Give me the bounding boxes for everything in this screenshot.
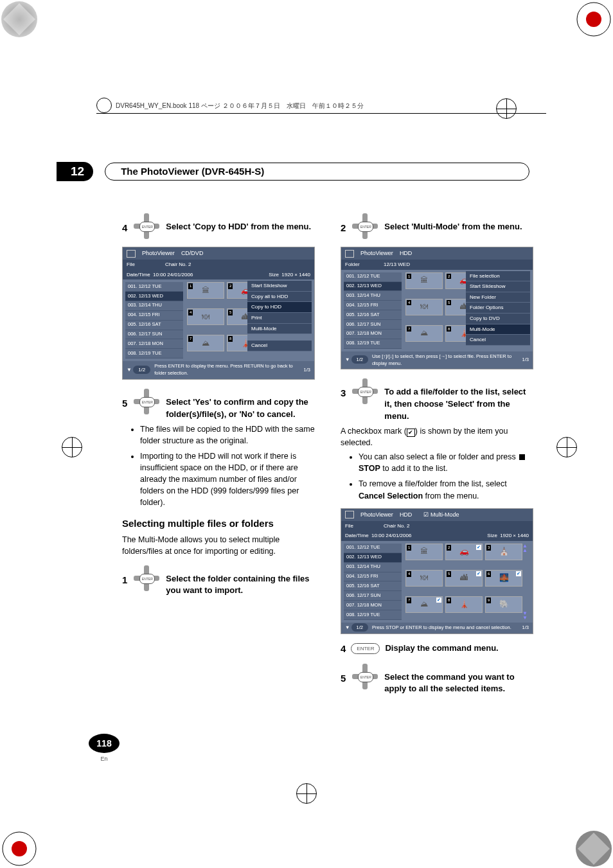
ss2-page-right: 1/3 <box>522 357 529 364</box>
page-language: En <box>89 756 120 762</box>
step-5b-number: 5 <box>341 662 346 686</box>
ss2-folder-val: 12/13 WED <box>384 261 410 269</box>
step-2-text: Select 'Multi-Mode' from the menu. <box>384 212 522 233</box>
ss1-chair: Chair No. 2 <box>165 261 191 269</box>
ss3-file-label: File <box>345 522 384 530</box>
step-2-number: 2 <box>341 212 346 235</box>
ss1-size-label: Size <box>269 272 279 278</box>
svg-point-2 <box>586 12 601 27</box>
step-3-text: To add a file/folder to the list, select… <box>384 377 533 423</box>
ss2-footer-msg: Use [↑]/[↓] to select, then press [→] to… <box>368 353 522 368</box>
ss3-folder-list: 001. 12/12 TUE 002. 12/13 WED 003. 12/14… <box>344 544 402 620</box>
ss1-page-right: 1/3 <box>304 367 310 374</box>
section-heading-multi: Selecting multiple files or folders <box>122 517 315 531</box>
crop-mark-br <box>574 829 613 868</box>
stop-label: STOP <box>359 464 380 473</box>
registration-mark-left <box>62 437 82 457</box>
ss3-size-val: 1920 × 1440 <box>500 533 529 538</box>
page-number: 118 <box>89 734 120 753</box>
step-4-number: 4 <box>122 212 127 235</box>
right-column: 2 ENTER Select 'Multi-Mode' from the men… <box>341 212 533 695</box>
step-3-bullets: You can also select a file or folder and… <box>341 451 533 502</box>
ss3-thumbnail-grid: 1🏛 2✔🚗 3⛪ 4🍽 5✔🏙 6✔🌉 7✔⛰ 8🗼 9🐘 ▲▲ ▼▼ <box>405 544 530 620</box>
enter-nav-icon: ENTER <box>351 377 379 405</box>
step-1-text: Select the folder containing the files y… <box>166 564 315 598</box>
enter-nav-icon: ENTER <box>132 212 161 240</box>
ss2-app: PhotoViewer <box>360 249 393 258</box>
step-5-bullets: The files will be copied to the HDD with… <box>122 423 315 509</box>
svg-point-4 <box>12 841 27 856</box>
ss3-mode: Multi-Mode <box>431 511 459 518</box>
ss1-file-label: File <box>127 261 165 269</box>
crop-mark-tr <box>574 0 613 39</box>
chapter-title: The PhotoViewer (DVR-645H-S) <box>105 163 529 181</box>
photo-icon <box>345 250 354 258</box>
enter-button-icon: ENTER <box>351 643 380 655</box>
ss1-src: CD/DVD <box>181 249 204 258</box>
ss1-page: 1/2 <box>133 366 150 374</box>
ss1-footer-msg: Press ENTER to display the menu. Press R… <box>150 363 303 377</box>
step-5-text: Select 'Yes' to confirm and copy the fol… <box>166 387 315 421</box>
photo-icon <box>127 250 136 258</box>
book-build-header: DVR645H_WY_EN.book 118 ページ ２００６年７月５日 水曜日… <box>116 102 364 111</box>
chapter-number: 12 <box>57 162 93 181</box>
enter-nav-icon: ENTER <box>351 212 379 240</box>
ss1-size-val: 1920 × 1440 <box>281 272 310 278</box>
ss3-size-label: Size <box>487 533 497 538</box>
crop-mark-tl <box>0 0 39 39</box>
step-5b-text: Select the command you want to apply to … <box>384 662 533 696</box>
registration-mark-right <box>556 437 577 457</box>
multi-mode-intro: The Multi-Mode allows you to select mult… <box>122 534 315 557</box>
ss3-chair: Chair No. 2 <box>384 522 409 530</box>
crop-mark-bl <box>0 829 39 868</box>
photoviewer-screenshot-copy-to-hdd: PhotoViewer CD/DVD File Chair No. 2 Date… <box>122 247 315 380</box>
ss3-src: HDD <box>400 511 413 519</box>
chapter-header: 12 The PhotoViewer (DVR-645H-S) <box>64 162 529 181</box>
page-number-block: 118 En <box>89 734 120 762</box>
ss3-page: 1/2 <box>351 623 368 632</box>
step-4b-text: Display the command menu. <box>385 642 498 655</box>
enter-nav-icon: ENTER <box>351 662 379 691</box>
ss3-datetime-val: 10:00 24/01/2006 <box>371 533 411 538</box>
ss1-datetime-val: 10:00 24/01/2006 <box>153 272 193 278</box>
photoviewer-screenshot-multimode-active: PhotoViewer HDD ☑ Multi-Mode File Chair … <box>341 508 533 634</box>
step-3-number: 3 <box>341 377 346 400</box>
ss2-folder-list: 001. 12/12 TUE 002. 12/13 WED 003. 12/14… <box>344 272 402 349</box>
ss2-folder-label: Folder <box>345 261 384 269</box>
stop-icon <box>519 454 525 460</box>
step-3-checkbox-note: A checkbox mark (✔) is shown by the item… <box>341 425 533 448</box>
ss3-app: PhotoViewer <box>360 511 393 519</box>
step-1-number: 1 <box>122 564 127 587</box>
step-4b-number: 4 <box>341 642 346 656</box>
ss1-folder-list: 001. 12/12 TUE 002. 12/13 WED 003. 12/14… <box>125 282 183 359</box>
ss2-page: 1/2 <box>351 355 368 364</box>
enter-nav-icon: ENTER <box>132 564 161 592</box>
registration-mark-header <box>496 98 517 119</box>
cancel-selection-label: Cancel Selection <box>359 492 423 500</box>
step-4-text: Select 'Copy to HDD' from the menu. <box>166 212 311 233</box>
ss3-page-right: 1/3 <box>522 624 529 632</box>
enter-nav-icon: ENTER <box>132 387 161 416</box>
book-header-text: DVR645H_WY_EN.book 118 ページ ２００６年７月５日 水曜日… <box>116 102 364 109</box>
ss2-context-menu: File selection Start Slideshow New Folde… <box>466 271 530 346</box>
ss1-context-menu: Start Slideshow Copy all to HDD Copy to … <box>247 281 312 351</box>
ss1-app: PhotoViewer <box>142 249 175 258</box>
ss1-datetime-label: Date/Time <box>127 272 150 278</box>
ss2-src: HDD <box>400 249 413 258</box>
registration-mark-bottom <box>296 783 317 804</box>
photoviewer-screenshot-multimode-menu: PhotoViewer HDD Folder 12/13 WED 001. 12… <box>341 247 533 369</box>
photo-icon <box>345 511 354 518</box>
left-column: 4 ENTER Select 'Copy to HDD' from the me… <box>122 212 315 695</box>
ss3-footer-msg: Press STOP or ENTER to display the menu … <box>368 624 522 632</box>
ss3-datetime-label: Date/Time <box>345 533 369 538</box>
step-5-number: 5 <box>122 387 127 411</box>
